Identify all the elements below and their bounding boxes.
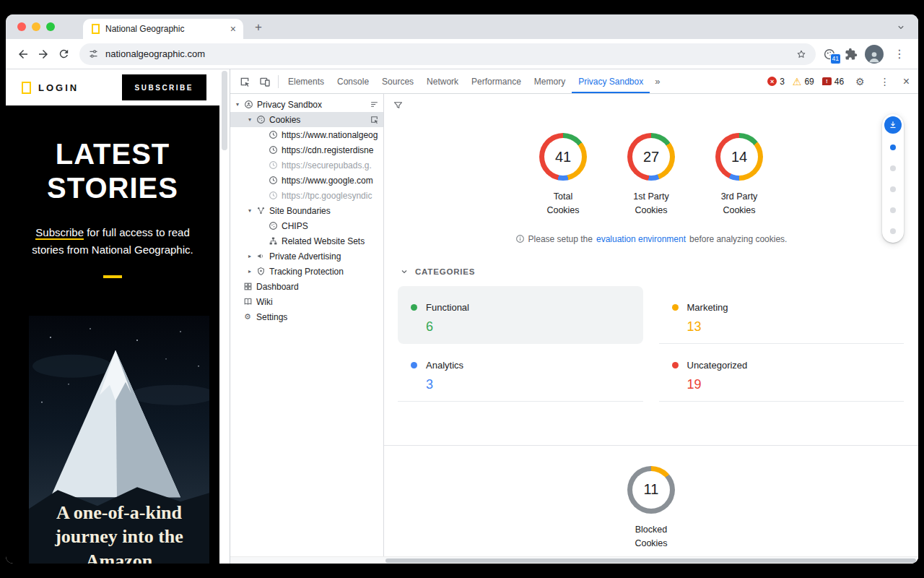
address-bar[interactable]: nationalgeographic.com [79, 43, 816, 65]
login-link[interactable]: LOGIN [38, 82, 79, 93]
filter-button[interactable] [393, 100, 404, 113]
site-settings-icon[interactable] [88, 48, 99, 59]
warning-icon: ⚠ [793, 77, 802, 87]
close-window-button[interactable] [17, 22, 26, 31]
profile-avatar[interactable] [865, 45, 884, 64]
hero-image[interactable]: A one-of-a-kind journey into the Amazon [29, 316, 209, 564]
tree-item-chips[interactable]: CHIPS [230, 218, 383, 233]
tab-memory[interactable]: Memory [528, 69, 572, 93]
devtools-close-button[interactable]: × [902, 75, 914, 88]
page-scrollbar-thumb[interactable] [222, 71, 227, 150]
inspect-element-button[interactable] [235, 72, 255, 91]
inspect-icon [239, 76, 250, 87]
tab-console[interactable]: Console [331, 69, 375, 93]
new-tab-button[interactable]: + [249, 18, 268, 37]
tree-label: https://cdn.registerdisne [282, 145, 373, 155]
collapse-arrow-icon[interactable]: ▸ [245, 253, 254, 259]
book-icon [243, 297, 253, 307]
site-boundaries-icon [256, 206, 266, 216]
tree-item-settings[interactable]: ⚙ Settings [230, 309, 383, 324]
natgeo-logo-icon[interactable] [22, 82, 31, 94]
category-card-marketing[interactable]: Marketing 13 [659, 286, 905, 344]
minimize-window-button[interactable] [32, 22, 40, 31]
error-badge[interactable]: × 3 [767, 77, 785, 87]
tab-elements[interactable]: Elements [282, 69, 331, 93]
tab-search-button[interactable] [894, 20, 908, 35]
category-count: 13 [687, 319, 893, 335]
devtools-status-badges: × 3 ⚠ 69 ! 46 ⚙ ⋮ × [767, 75, 914, 88]
gear-icon: ⚙ [243, 312, 253, 322]
warning-badge[interactable]: ⚠ 69 [793, 77, 814, 87]
first-party-cookies-label: 1st Party Cookies [625, 190, 677, 218]
reload-button[interactable] [53, 44, 74, 64]
tab-close-icon[interactable]: × [229, 23, 237, 35]
tree-item-frame-registerdisney[interactable]: https://cdn.registerdisne [230, 142, 383, 158]
forward-button[interactable] [33, 44, 53, 64]
bookmark-star-icon[interactable] [796, 48, 807, 60]
tree-item-frame-securepubads[interactable]: https://securepubads.g. [230, 158, 383, 173]
tree-item-private-advertising[interactable]: ▸ Private Advertising [230, 249, 383, 264]
subscribe-button[interactable]: SUBSCRIBE [122, 74, 206, 100]
expand-arrow-icon[interactable]: ▾ [245, 116, 254, 123]
tree-item-frame-google[interactable]: https://www.google.com [230, 173, 383, 188]
issues-badge[interactable]: ! 46 [822, 77, 844, 87]
devtools-menu-button[interactable]: ⋮ [876, 76, 894, 87]
horizontal-scrollbar-thumb[interactable] [385, 558, 916, 563]
expand-arrow-icon[interactable]: ▾ [233, 101, 242, 108]
nav-dot-current[interactable] [890, 144, 896, 150]
tree-item-dashboard[interactable]: Dashboard [230, 279, 383, 294]
inspect-frame-icon[interactable] [370, 115, 379, 124]
tree-item-site-boundaries[interactable]: ▾ Site Boundaries [230, 203, 383, 218]
evaluation-environment-link[interactable]: evaluation environment [596, 234, 686, 244]
tree-item-cookies[interactable]: ▾ Cookies [230, 112, 383, 127]
categories-title: CATEGORIES [415, 267, 475, 276]
hero-caption: A one-of-a-kind journey into the Amazon [29, 501, 209, 564]
first-party-cookies-donut[interactable]: 27 [627, 133, 675, 181]
expand-arrow-icon[interactable]: ▾ [245, 207, 254, 214]
category-grid: Functional 6 Marketing 13 Analytics 3 [398, 286, 904, 402]
devtools-settings-button[interactable]: ⚙ [852, 76, 868, 87]
promo-text: Subscribe for full access to read storie… [22, 224, 204, 258]
tree-item-related-website-sets[interactable]: Related Website Sets [230, 233, 383, 249]
url-text[interactable]: nationalgeographic.com [105, 48, 789, 59]
nav-dot[interactable] [890, 228, 896, 234]
collapse-arrow-icon[interactable]: ▸ [245, 268, 254, 275]
sitemap-icon [268, 236, 278, 246]
cookie-extension-button[interactable]: 41 [821, 46, 837, 62]
more-tabs-button[interactable]: » [650, 76, 665, 87]
blocked-cookies-donut[interactable]: 11 [627, 466, 675, 514]
page-scrollbar[interactable] [219, 69, 230, 564]
browser-menu-button[interactable]: ⋮ [891, 47, 908, 61]
download-report-button[interactable] [884, 116, 902, 134]
tree-item-frame-googlesyndication[interactable]: https://tpc.googlesyndic [230, 188, 383, 203]
category-card-analytics[interactable]: Analytics 3 [398, 344, 643, 402]
tree-item-wiki[interactable]: Wiki [230, 294, 383, 309]
browser-tab[interactable]: National Geographic × [83, 19, 243, 39]
tab-sources[interactable]: Sources [375, 69, 420, 93]
nav-dot[interactable] [890, 186, 896, 192]
nav-dot[interactable] [890, 207, 896, 213]
back-button[interactable] [13, 44, 33, 64]
sidebar-menu-icon[interactable] [370, 100, 379, 109]
subscribe-link[interactable]: Subscribe [35, 226, 84, 240]
tree-item-frame-nationalgeographic[interactable]: https://www.nationalgeog [230, 127, 383, 142]
uncategorized-dot-icon [672, 362, 679, 368]
chevron-down-icon [896, 22, 906, 33]
tab-privacy-sandbox[interactable]: Privacy Sandbox [572, 69, 650, 93]
blocked-cookies-section: 11 Blocked Cookies [384, 466, 918, 551]
category-card-functional[interactable]: Functional 6 [398, 286, 643, 344]
tree-item-tracking-protection[interactable]: ▸ Tracking Protection [230, 264, 383, 279]
device-toolbar-button[interactable] [255, 72, 275, 91]
content-area: LOGIN SUBSCRIBE LATEST STORIES Subscribe… [6, 69, 918, 564]
category-card-uncategorized[interactable]: Uncategorized 19 [659, 344, 905, 402]
total-cookies-donut[interactable]: 41 [539, 133, 587, 181]
horizontal-scrollbar[interactable] [230, 556, 918, 564]
nav-dot[interactable] [890, 165, 896, 171]
third-party-cookies-donut[interactable]: 14 [715, 133, 763, 181]
tree-item-privacy-sandbox[interactable]: ▾ Privacy Sandbox [230, 97, 383, 112]
tab-performance[interactable]: Performance [465, 69, 528, 93]
extensions-button[interactable] [845, 48, 858, 61]
categories-section-header[interactable]: CATEGORIES [400, 267, 918, 276]
tab-network[interactable]: Network [420, 69, 465, 93]
zoom-window-button[interactable] [46, 22, 55, 31]
